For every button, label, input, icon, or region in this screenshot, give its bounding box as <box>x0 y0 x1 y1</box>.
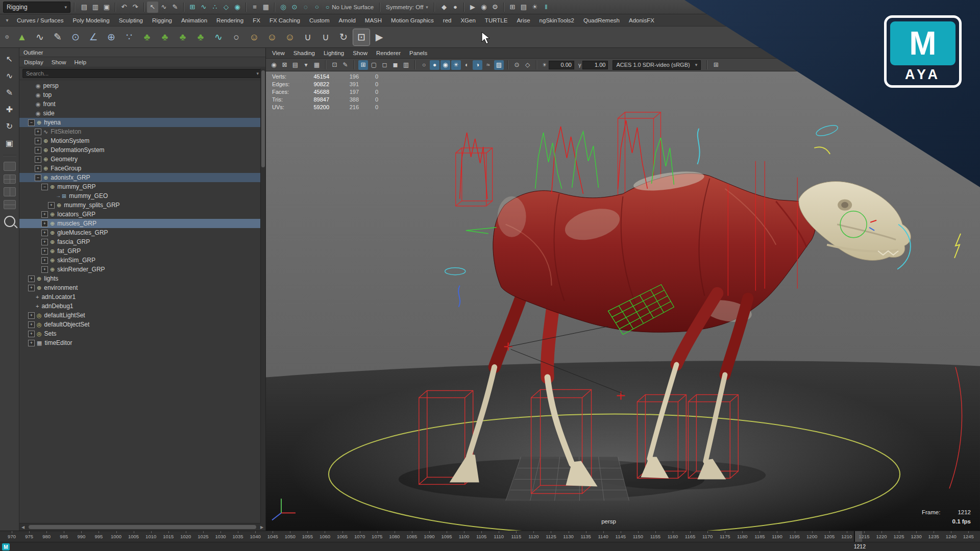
search-input[interactable]: Search... ▾ <box>22 69 262 78</box>
grease-pencil-icon[interactable]: ✎ <box>340 60 350 70</box>
expand-plus-icon[interactable]: + <box>41 266 48 273</box>
expand-plus-icon[interactable]: + <box>41 257 48 264</box>
outliner-item-environment[interactable]: +⊕environment <box>19 283 265 292</box>
shelf-tab-adonisfx[interactable]: AdonisFX <box>624 14 659 26</box>
shelf-tab-red[interactable]: red <box>438 14 456 26</box>
cap-display-icon[interactable]: ▤ <box>518 2 529 13</box>
shelf-tab-fx[interactable]: FX <box>248 14 265 26</box>
adonis-locator-icon[interactable]: ▶ <box>371 29 387 45</box>
outliner-item-mummy-splits-grp[interactable]: +⊕mummy_splits_GRP <box>19 201 265 210</box>
film-gate-icon[interactable]: ▢ <box>369 60 379 70</box>
pause-evaluation-icon[interactable]: ‖ <box>541 2 552 13</box>
shelf-tab-turtle[interactable]: TURTLE <box>480 14 512 26</box>
sculpt-mode-icon[interactable]: ● <box>450 2 461 13</box>
outliner-item-geometry[interactable]: +⊕Geometry <box>19 155 265 164</box>
volume-select-icon[interactable]: ○ <box>311 2 323 13</box>
expand-plus-icon[interactable]: + <box>28 312 35 319</box>
resolution-gate-icon[interactable]: ◻ <box>380 60 389 70</box>
outliner-item-hyena[interactable]: −⊕hyena <box>19 118 265 127</box>
paint-select-tool-icon[interactable]: ✎ <box>3 86 16 99</box>
joint-chain-icon[interactable]: ∵ <box>121 29 137 45</box>
shelf-tab-sculpting[interactable]: Sculpting <box>114 14 148 26</box>
viewport-menu-panels[interactable]: Panels <box>409 50 427 56</box>
shelf-tab-fx-caching[interactable]: FX Caching <box>265 14 305 26</box>
construction-history-icon[interactable]: ≡ <box>249 2 260 13</box>
textured-mode-icon[interactable]: ◉ <box>440 60 450 70</box>
snap-to-point-icon[interactable]: ∴ <box>209 2 220 13</box>
select-tool-icon[interactable]: ↖ <box>147 2 158 13</box>
zoom-tool-icon[interactable] <box>4 216 15 227</box>
gamma-field-value[interactable]: 1.00 <box>582 61 608 69</box>
live-surface-indicator[interactable]: ○ No Live Surface <box>326 4 374 11</box>
shelf-tab-rigging[interactable]: Rigging <box>148 14 177 26</box>
scrollbar-thumb[interactable] <box>261 70 265 167</box>
select-camera-icon[interactable]: ◉ <box>269 60 279 70</box>
leaves-icon-3[interactable]: ♣ <box>175 29 191 45</box>
outliner-item-sets[interactable]: +◎Sets <box>19 329 265 338</box>
outliner-item-defaultlightset[interactable]: +◎defaultLightSet <box>19 311 265 320</box>
falloff-icon[interactable]: ◌ <box>300 2 311 13</box>
outliner-item-adnlocator1[interactable]: +adnLocator1 <box>19 292 265 302</box>
outliner-item-persp[interactable]: ◉persp <box>19 81 265 90</box>
menu-set-selector[interactable]: Rigging ▾ <box>3 2 70 13</box>
gate-mask-icon[interactable]: ◼ <box>390 60 400 70</box>
outliner-item-adonisfx-grp[interactable]: −⊕adonisfx_GRP <box>19 173 265 182</box>
expand-plus-icon[interactable]: + <box>35 156 41 163</box>
move-tool-icon[interactable]: ✚ <box>3 103 16 116</box>
expand-plus-icon[interactable]: + <box>35 138 41 144</box>
expand-plus-icon[interactable]: + <box>41 230 48 236</box>
expand-plus-icon[interactable]: + <box>28 276 35 282</box>
search-filter-icon[interactable]: ▾ <box>256 71 259 76</box>
scroll-left-icon[interactable]: ◀ <box>19 525 27 530</box>
viewport-menu-show[interactable]: Show <box>353 50 368 56</box>
time-slider[interactable]: 9709759809859909951000100510101015102010… <box>0 531 980 542</box>
shelf-options-icon[interactable]: ⚙ <box>2 33 12 41</box>
viewport-menu-shading[interactable]: Shading <box>293 50 315 56</box>
expand-plus-icon[interactable]: + <box>35 165 41 172</box>
pan-zoom-2d-icon[interactable]: ⊡ <box>330 60 339 70</box>
default-lighting-icon[interactable]: ☀ <box>529 2 541 13</box>
wireframe-mode-icon[interactable]: ○ <box>419 60 429 70</box>
isolate-select-icon[interactable]: ⊙ <box>512 60 522 70</box>
undo-icon[interactable]: ↶ <box>118 2 130 13</box>
shelf-tab-quadremesh[interactable]: QuadRemesh <box>579 14 624 26</box>
outliner-item-timeeditor[interactable]: +▦timeEditor <box>19 338 265 347</box>
camera-attributes-icon[interactable]: ▤ <box>290 60 300 70</box>
joint-tool-icon[interactable]: ⊙ <box>67 29 84 45</box>
outliner-item-side[interactable]: ◉side <box>19 109 265 118</box>
leaves-icon-1[interactable]: ♣ <box>139 29 155 45</box>
expand-plus-icon[interactable]: + <box>41 239 48 245</box>
outliner-item-top[interactable]: ◉top <box>19 90 265 99</box>
maya-taskbar-icon[interactable]: M <box>2 543 10 550</box>
scroll-right-icon[interactable]: ▶ <box>258 525 265 530</box>
image-plane-icon[interactable]: ▦ <box>312 60 322 70</box>
field-chart-icon[interactable]: ▥ <box>401 60 411 70</box>
outliner-item-facegroup[interactable]: +⊕FaceGroup <box>19 164 265 173</box>
shelf-tab-arnold[interactable]: Arnold <box>334 14 360 26</box>
outliner-item-defaultobjectset[interactable]: +◎defaultObjectSet <box>19 320 265 329</box>
outliner-item-mummy-geo[interactable]: →⊞mummy_GEO <box>19 191 265 201</box>
ep-curve-icon[interactable]: ∿ <box>32 29 48 45</box>
orient-icon[interactable]: ↻ <box>335 29 352 45</box>
shelf-tab-mash[interactable]: MASH <box>360 14 386 26</box>
outliner-item-front[interactable]: ◉front <box>19 99 265 109</box>
cache-toggle-icon[interactable]: ▦ <box>260 2 272 13</box>
outliner-vertical-scrollbar[interactable] <box>260 68 265 523</box>
outliner-item-locators-grp[interactable]: +⊕locators_GRP <box>19 210 265 219</box>
shelf-tab-xgen[interactable]: XGen <box>456 14 480 26</box>
outliner-horizontal-scrollbar[interactable]: ◀ ▶ <box>19 523 265 531</box>
expand-plus-icon[interactable]: + <box>41 220 48 227</box>
viewport-scene[interactable]: Verts:451541960Edges:908223910Faces:4568… <box>266 71 980 531</box>
leaves-icon-2[interactable]: ♣ <box>157 29 173 45</box>
shelf-tab-poly-modeling[interactable]: Poly Modeling <box>68 14 114 26</box>
outliner-item-motionsystem[interactable]: +⊕MotionSystem <box>19 136 265 145</box>
save-scene-icon[interactable]: ▣ <box>101 2 112 13</box>
layout-four-pane-button[interactable] <box>4 174 16 184</box>
shadows-icon[interactable]: ◐ <box>462 60 472 70</box>
rotate-tool-icon[interactable]: ↻ <box>3 119 16 133</box>
viewport-menu-lighting[interactable]: Lighting <box>324 50 344 56</box>
shelf-tab-arise[interactable]: Arise <box>512 14 534 26</box>
expand-plus-icon[interactable]: + <box>41 248 48 255</box>
shelf-menu-icon[interactable]: ▾ <box>2 16 12 24</box>
scale-tool-icon[interactable]: ▣ <box>3 136 16 149</box>
